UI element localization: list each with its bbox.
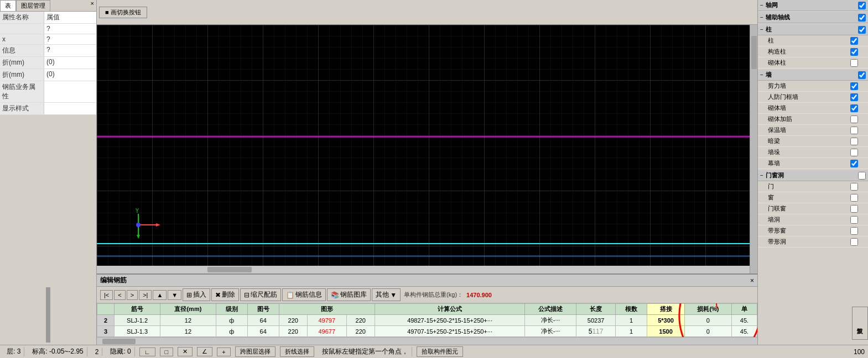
left-scroll[interactable]	[46, 287, 50, 343]
cell-desc-3[interactable]: 净长-···	[525, 326, 576, 337]
door-window-combo-checkbox[interactable]	[850, 205, 858, 213]
insulation-wall-checkbox[interactable]	[850, 127, 858, 134]
cell-shape-right-2[interactable]: 220	[346, 315, 375, 326]
restore-button[interactable]: 恢复默	[852, 307, 868, 340]
th-empty	[97, 304, 115, 315]
section-column: − 柱 柱 构造柱 砌体柱	[758, 24, 868, 69]
canvas-switch-btn[interactable]: ■ 画切换按钮	[99, 7, 147, 18]
shear-wall-checkbox[interactable]	[850, 82, 858, 90]
angle-tool-btn[interactable]: ∟	[139, 348, 155, 356]
nav-first-btn[interactable]: |<	[100, 290, 113, 300]
wall-opening-checkbox[interactable]	[850, 216, 858, 224]
cell-connect-3[interactable]: 1500	[647, 326, 685, 337]
cell-level-3[interactable]: ф	[216, 326, 247, 337]
nav-next-btn[interactable]: >	[127, 290, 138, 300]
cell-fignum-3[interactable]: 64	[247, 326, 279, 337]
cell-shape-right-3[interactable]: 220	[346, 326, 375, 337]
air-defense-wall-label: 人防门框墙	[768, 93, 850, 101]
polyline-btn[interactable]: 折线选择	[280, 346, 314, 357]
section-aux-axis-header[interactable]: − 辅助轴线	[758, 12, 868, 23]
move-down-btn[interactable]: ▼	[168, 290, 181, 300]
th-fig-num: 图号	[247, 304, 279, 315]
crosshair-btn[interactable]: +	[217, 348, 230, 356]
masonry-column-checkbox[interactable]	[850, 59, 858, 67]
prop-val-info: ?	[44, 45, 96, 56]
door-checkbox[interactable]	[850, 183, 858, 191]
wall-section-checkbox[interactable]	[858, 71, 866, 79]
axis-checkbox[interactable]	[858, 2, 866, 9]
section-wall-header[interactable]: − 墙	[758, 70, 868, 81]
column-section-checkbox[interactable]	[858, 26, 866, 34]
cell-length-2[interactable]: 50237	[576, 315, 616, 326]
cell-connect-2[interactable]: 5*300	[647, 315, 685, 326]
section-door-window-header[interactable]: − 门窗洞	[758, 170, 868, 181]
hidden-beam-checkbox[interactable]	[850, 138, 858, 145]
cell-formula-3[interactable]: 49707-15+250-2*15-15+250+···	[375, 326, 525, 337]
tab-table[interactable]: 表	[0, 0, 16, 11]
cross-layer-btn[interactable]: 跨图层选择	[235, 346, 276, 357]
cell-fignum-2[interactable]: 64	[247, 315, 279, 326]
cell-diameter-3[interactable]: 12	[160, 326, 216, 337]
cell-loss-2[interactable]: 0	[685, 315, 732, 326]
cell-root-2[interactable]: 1	[616, 315, 647, 326]
wall-pier-label: 墙垛	[768, 148, 850, 156]
steel-table-scrollbar[interactable]	[97, 337, 757, 345]
cell-shape-mid-2[interactable]: 49797	[307, 315, 346, 326]
info-btn[interactable]: 📋 钢筋信息	[282, 288, 326, 301]
cell-shape-mid-3[interactable]: 49677	[307, 326, 346, 337]
cell-unit-2[interactable]: 45.	[731, 315, 757, 326]
curtain-wall-checkbox[interactable]	[850, 160, 858, 167]
section-column-header[interactable]: − 柱	[758, 24, 868, 35]
cell-diameter-2[interactable]: 12	[160, 315, 216, 326]
strip-opening-checkbox[interactable]	[850, 238, 858, 246]
masonry-wall-checkbox[interactable]	[850, 104, 858, 112]
steel-scroll-thumb[interactable]	[102, 339, 136, 344]
strip-window-checkbox[interactable]	[850, 227, 858, 235]
cell-shape-left-3[interactable]: 220	[279, 326, 307, 337]
cell-shape-left-2[interactable]: 220	[279, 315, 307, 326]
scale-btn[interactable]: ⊟ 缩尺配筋	[240, 288, 281, 301]
wall-pier-checkbox[interactable]	[850, 149, 858, 156]
delete-btn[interactable]: ✖ 删除	[211, 288, 239, 301]
close-tool-btn[interactable]: ✕	[178, 347, 193, 356]
cell-jin-hao-2[interactable]: SLJ-1.2	[115, 315, 160, 326]
tab-layer-manage[interactable]: 图层管理	[16, 0, 50, 11]
cell-level-2[interactable]: ф	[216, 315, 247, 326]
air-defense-wall-checkbox[interactable]	[850, 93, 858, 101]
cell-root-3[interactable]: 1	[616, 326, 647, 337]
other-btn[interactable]: 其他 ▼	[372, 288, 401, 301]
left-panel-close[interactable]: ×	[89, 0, 96, 11]
item-window: 窗	[758, 192, 868, 203]
curtain-wall-label: 幕墙	[768, 159, 850, 167]
cell-length-3[interactable]: 5117	[576, 326, 616, 337]
rect-tool-btn[interactable]: □	[160, 348, 174, 356]
canvas-scrollbar-h[interactable]	[97, 266, 757, 273]
scrollbar-thumb-h[interactable]	[207, 267, 252, 272]
svg-text:Y: Y	[135, 208, 139, 214]
move-up-btn[interactable]: ▲	[153, 290, 167, 300]
cell-loss-3[interactable]: 0	[685, 326, 732, 337]
th-formula: 计算公式	[375, 304, 525, 315]
window-checkbox[interactable]	[850, 194, 858, 202]
library-btn[interactable]: 📚 钢筋图库	[327, 288, 371, 301]
insert-btn[interactable]: ⊞ 插入	[183, 288, 210, 301]
cell-jin-hao-3[interactable]: SLJ-1.3	[115, 326, 160, 337]
canvas-scrollbar-v[interactable]	[750, 25, 757, 273]
cell-formula-2[interactable]: 49827-15+250-2*15-15+250+···	[375, 315, 525, 326]
structural-column-checkbox[interactable]	[850, 48, 858, 56]
section-axis-header[interactable]: − 轴网	[758, 0, 868, 11]
angle-measure-btn[interactable]: ∠	[197, 347, 212, 356]
masonry-rebar-checkbox[interactable]	[850, 115, 858, 123]
status-bar: 层: 3 标高: -0.05~-2.95 2 隐藏: 0 ∟ □ ✕ ∠ + 跨…	[0, 345, 868, 358]
cell-desc-2[interactable]: 净长-···	[525, 315, 576, 326]
nav-prev-btn[interactable]: <	[114, 290, 125, 300]
column-checkbox[interactable]	[850, 37, 858, 45]
canvas-view[interactable]: Y	[97, 25, 757, 273]
nav-last-btn[interactable]: >|	[139, 290, 152, 300]
scrollbar-thumb-v[interactable]	[751, 36, 757, 69]
steel-close-btn[interactable]: ×	[750, 277, 754, 285]
pick-element-btn[interactable]: 拾取构件图元	[417, 346, 463, 357]
door-window-section-checkbox[interactable]	[858, 172, 866, 180]
aux-axis-checkbox[interactable]	[858, 14, 866, 22]
cell-unit-3[interactable]: 45.	[731, 326, 757, 337]
